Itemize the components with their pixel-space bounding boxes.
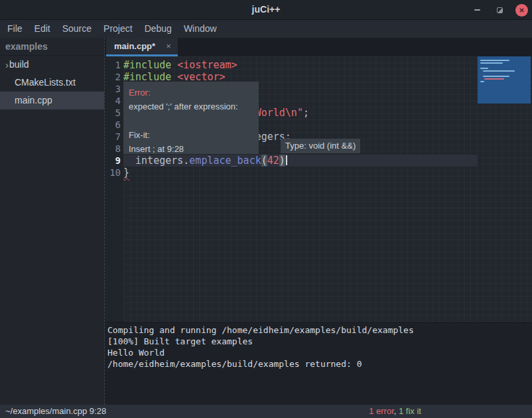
menu-file[interactable]: File (1, 20, 29, 38)
status-bar: ~/examples/main.cpp 9:28 1 error, 1 fix … (0, 405, 532, 418)
minimize-button[interactable] (470, 3, 484, 17)
terminal-line: [100%] Built target examples (107, 336, 532, 347)
maximize-button[interactable] (493, 3, 506, 17)
error-tooltip-message: expected ';' after expression: (129, 100, 253, 113)
build-terminal[interactable]: Compiling and running /home/eidheim/exam… (105, 322, 532, 405)
terminal-line: Compiling and running /home/eidheim/exam… (107, 324, 532, 336)
close-button[interactable]: ✕ (515, 4, 528, 17)
sidebar-item-main-cpp[interactable]: main.cpp (0, 92, 104, 109)
minimap-code-mark (480, 60, 509, 61)
file-tree: › build CMakeLists.txt main.cpp (0, 56, 104, 109)
line-number: 7 (105, 131, 123, 143)
titlebar: juCi++ ✕ (0, 0, 532, 20)
tab-close-icon[interactable]: × (166, 41, 171, 51)
minimap-viewport[interactable] (478, 56, 531, 104)
minimap-code-mark (480, 62, 503, 64)
line-number: 5 (105, 107, 123, 119)
error-tooltip: Error: expected ';' after expression: Fi… (123, 82, 259, 154)
type-tooltip: Type: void (int &&) (281, 139, 360, 153)
fixit-label: Fix-it: (129, 128, 253, 142)
window-title: juCi++ (0, 4, 532, 15)
line-number: 9 (105, 155, 123, 167)
minimap-code-mark (480, 81, 484, 82)
tab-main-cpp[interactable]: main.cpp* × (106, 38, 178, 56)
code-editor[interactable]: 12345678910 #include <iostream>#include … (105, 56, 532, 322)
menubar: File Edit Source Project Debug Window (0, 20, 532, 38)
minimap-code-mark (483, 70, 515, 72)
status-diagnostics: 1 error, 1 fix it (369, 406, 421, 416)
project-folder-label: examples (0, 38, 104, 56)
menu-project[interactable]: Project (98, 20, 139, 38)
line-number: 3 (105, 83, 123, 95)
text-cursor (286, 155, 287, 165)
minimap[interactable] (478, 56, 532, 322)
menu-window[interactable]: Window (178, 20, 223, 38)
terminal-line: /home/eidheim/examples/build/examples re… (107, 358, 532, 370)
line-number-gutter: 12345678910 (105, 56, 123, 322)
line-number: 6 (105, 119, 123, 131)
tab-bar: main.cpp* × (105, 38, 532, 56)
line-number: 8 (105, 143, 123, 155)
maximize-icon (497, 7, 503, 13)
line-number: 4 (105, 95, 123, 107)
minimap-code-mark (483, 76, 509, 77)
code-line[interactable]: #include <iostream> (123, 59, 532, 71)
error-count: 1 error (369, 406, 394, 416)
line-number: 2 (105, 71, 123, 83)
editor-column: main.cpp* × 12345678910 #include <iostre… (105, 38, 532, 405)
minimap-code-mark (480, 68, 488, 69)
fixit-text: Insert ; at 9:28 (129, 142, 253, 156)
menu-debug[interactable]: Debug (139, 20, 178, 38)
window-controls: ✕ (470, 0, 528, 20)
line-number: 1 (105, 59, 123, 71)
menu-edit[interactable]: Edit (29, 20, 56, 38)
minimize-icon (474, 9, 480, 11)
line-number: 10 (105, 167, 123, 178)
diagnostics-separator: , (394, 406, 399, 416)
error-tooltip-title: Error: (129, 86, 253, 100)
sidebar-item-cmakelists[interactable]: CMakeLists.txt (0, 74, 104, 92)
minimap-code-mark (484, 78, 504, 80)
app-window: juCi++ ✕ File Edit Source Project Debug … (0, 0, 532, 418)
menu-source[interactable]: Source (56, 20, 98, 38)
file-browser-sidebar: examples › build CMakeLists.txt main.cpp (0, 38, 105, 405)
code-line[interactable]: integers.emplace_back(42) (123, 155, 478, 167)
chevron-right-icon[interactable]: › (0, 56, 9, 74)
fixit-count: 1 fix it (399, 406, 421, 416)
sidebar-item-build[interactable]: › build (0, 56, 104, 74)
status-file-position: ~/examples/main.cpp 9:28 (5, 406, 106, 416)
terminal-line: Hello World (107, 347, 532, 358)
main-area: examples › build CMakeLists.txt main.cpp… (0, 38, 532, 405)
code-line[interactable]: } (123, 167, 532, 178)
